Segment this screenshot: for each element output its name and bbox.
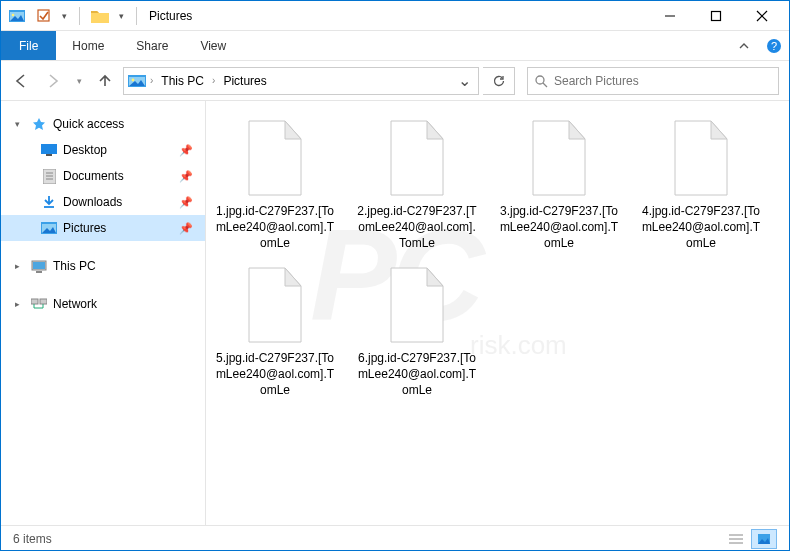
sidebar-this-pc[interactable]: ▸ This PC <box>1 253 205 279</box>
file-item[interactable]: 4.jpg.id-C279F237.[TomLee240@aol.com].To… <box>640 113 762 252</box>
desktop-icon <box>41 142 57 158</box>
qat-properties[interactable] <box>31 4 55 28</box>
svg-rect-5 <box>712 11 721 20</box>
chevron-right-icon: ▸ <box>15 299 25 309</box>
tab-share[interactable]: Share <box>120 31 184 60</box>
recent-locations-button[interactable]: ▾ <box>71 67 87 95</box>
file-item[interactable]: 6.jpg.id-C279F237.[TomLee240@aol.com].To… <box>356 260 478 399</box>
documents-icon <box>41 168 57 184</box>
sidebar-item-label: Desktop <box>63 143 107 157</box>
forward-button[interactable] <box>39 67 67 95</box>
expand-ribbon-button[interactable] <box>729 31 759 60</box>
blank-file-icon <box>239 113 311 203</box>
tab-view[interactable]: View <box>184 31 242 60</box>
svg-rect-16 <box>46 154 52 156</box>
sidebar-item-documents[interactable]: Documents 📌 <box>1 163 205 189</box>
file-tab[interactable]: File <box>1 31 56 60</box>
minimize-button[interactable] <box>647 1 693 31</box>
window-title: Pictures <box>149 9 192 23</box>
sidebar-item-label: Quick access <box>53 117 124 131</box>
sidebar-network[interactable]: ▸ Network <box>1 291 205 317</box>
status-item-count: 6 items <box>13 532 52 546</box>
file-item[interactable]: 1.jpg.id-C279F237.[TomLee240@aol.com].To… <box>214 113 336 252</box>
sidebar-item-label: Downloads <box>63 195 122 209</box>
file-item[interactable]: 5.jpg.id-C279F237.[TomLee240@aol.com].To… <box>214 260 336 399</box>
svg-text:?: ? <box>771 40 777 52</box>
search-input[interactable] <box>554 74 772 88</box>
thumbnails-view-button[interactable] <box>751 529 777 549</box>
svg-rect-27 <box>31 299 38 304</box>
app-icon <box>5 4 29 28</box>
sidebar-item-downloads[interactable]: Downloads 📌 <box>1 189 205 215</box>
navigation-pane: ▾ Quick access Desktop 📌 Documents 📌 Dow… <box>1 101 206 525</box>
blank-file-icon <box>665 113 737 203</box>
sidebar-item-label: This PC <box>53 259 96 273</box>
help-button[interactable]: ? <box>759 31 789 60</box>
file-label: 1.jpg.id-C279F237.[TomLee240@aol.com].To… <box>214 203 336 252</box>
chevron-right-icon[interactable]: › <box>150 75 153 86</box>
up-button[interactable] <box>91 67 119 95</box>
pin-icon: 📌 <box>179 170 193 183</box>
svg-rect-28 <box>40 299 47 304</box>
network-icon <box>31 296 47 312</box>
folder-icon[interactable] <box>88 4 112 28</box>
details-view-button[interactable] <box>723 529 749 549</box>
pin-icon: 📌 <box>179 144 193 157</box>
svg-point-2 <box>12 13 15 16</box>
sidebar-item-desktop[interactable]: Desktop 📌 <box>1 137 205 163</box>
address-toolbar: ▾ › This PC › Pictures ⌄ <box>1 61 789 101</box>
sidebar-item-label: Pictures <box>63 221 106 235</box>
downloads-icon <box>41 194 57 210</box>
pictures-icon <box>128 74 146 88</box>
sidebar-quick-access[interactable]: ▾ Quick access <box>1 111 205 137</box>
file-label: 4.jpg.id-C279F237.[TomLee240@aol.com].To… <box>640 203 762 252</box>
tab-home[interactable]: Home <box>56 31 120 60</box>
file-item[interactable]: 2.jpeg.id-C279F237.[TomLee240@aol.com].T… <box>356 113 478 252</box>
search-box[interactable] <box>527 67 779 95</box>
blank-file-icon <box>523 113 595 203</box>
back-button[interactable] <box>7 67 35 95</box>
svg-rect-15 <box>41 144 57 154</box>
chevron-right-icon: ▸ <box>15 261 25 271</box>
pin-icon: 📌 <box>179 222 193 235</box>
chevron-down-icon[interactable]: ▾ <box>57 4 71 28</box>
svg-rect-26 <box>36 271 42 273</box>
chevron-right-icon[interactable]: › <box>212 75 215 86</box>
chevron-down-icon: ▾ <box>15 119 25 129</box>
chevron-down-icon[interactable]: ▾ <box>114 4 128 28</box>
file-label: 5.jpg.id-C279F237.[TomLee240@aol.com].To… <box>214 350 336 399</box>
pin-icon: 📌 <box>179 196 193 209</box>
refresh-button[interactable] <box>483 67 515 95</box>
file-label: 3.jpg.id-C279F237.[TomLee240@aol.com].To… <box>498 203 620 252</box>
ribbon: File Home Share View ? <box>1 31 789 61</box>
star-icon <box>31 116 47 132</box>
svg-rect-25 <box>33 262 45 269</box>
blank-file-icon <box>381 113 453 203</box>
address-bar[interactable]: › This PC › Pictures ⌄ <box>123 67 479 95</box>
sidebar-item-label: Network <box>53 297 97 311</box>
computer-icon <box>31 258 47 274</box>
qat-divider <box>136 7 137 25</box>
qat-divider <box>79 7 80 25</box>
blank-file-icon <box>239 260 311 350</box>
file-list[interactable]: 1.jpg.id-C279F237.[TomLee240@aol.com].To… <box>206 101 789 525</box>
file-item[interactable]: 3.jpg.id-C279F237.[TomLee240@aol.com].To… <box>498 113 620 252</box>
maximize-button[interactable] <box>693 1 739 31</box>
breadcrumb-thispc[interactable]: This PC <box>157 74 208 88</box>
svg-line-14 <box>543 83 547 87</box>
file-label: 2.jpeg.id-C279F237.[TomLee240@aol.com].T… <box>356 203 478 252</box>
status-bar: 6 items <box>1 525 789 551</box>
close-button[interactable] <box>739 1 785 31</box>
search-icon <box>534 74 548 88</box>
blank-file-icon <box>381 260 453 350</box>
sidebar-item-label: Documents <box>63 169 124 183</box>
pictures-icon <box>41 220 57 236</box>
svg-point-13 <box>536 76 544 84</box>
file-label: 6.jpg.id-C279F237.[TomLee240@aol.com].To… <box>356 350 478 399</box>
sidebar-item-pictures[interactable]: Pictures 📌 <box>1 215 205 241</box>
svg-point-12 <box>132 78 135 81</box>
titlebar: ▾ ▾ Pictures <box>1 1 789 31</box>
breadcrumb-pictures[interactable]: Pictures <box>219 74 270 88</box>
address-history-button[interactable]: ⌄ <box>454 71 474 90</box>
